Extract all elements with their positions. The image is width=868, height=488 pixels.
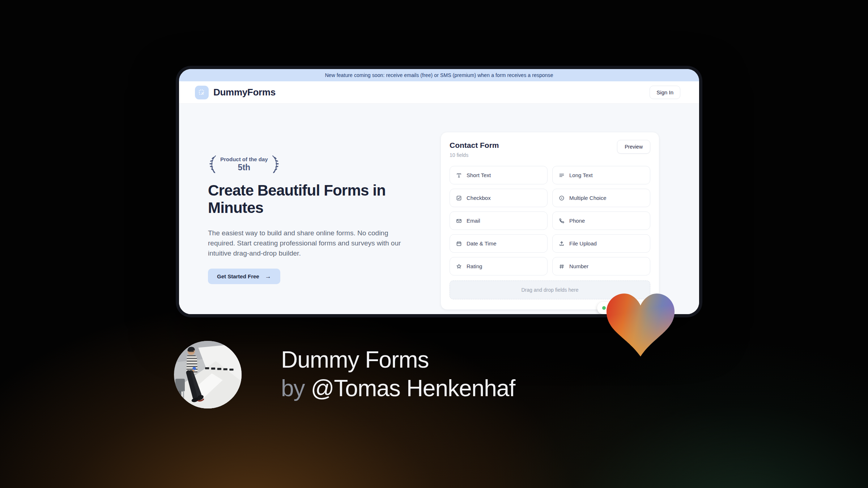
attribution-block: Dummy Forms by @Tomas Henkenhaf <box>281 346 515 403</box>
calendar-icon <box>456 240 462 247</box>
form-builder-card: Contact Form 10 fields Preview Short Tex… <box>441 132 659 310</box>
star-icon <box>456 263 462 270</box>
browser-window: New feature coming soon: receive emails … <box>176 66 702 317</box>
byline-prefix: by <box>281 375 311 401</box>
site-page: New feature coming soon: receive emails … <box>179 69 699 314</box>
get-started-label: Get Started Free <box>217 273 259 279</box>
announcement-text: New feature coming soon: receive emails … <box>325 72 553 78</box>
sign-in-button[interactable]: Sign In <box>650 86 680 99</box>
announcement-banner: New feature coming soon: receive emails … <box>179 69 699 81</box>
laurel-right-icon <box>271 154 280 174</box>
field-label: Email <box>467 218 480 224</box>
hero-description: The easiest way to build and share onlin… <box>208 228 417 258</box>
field-label: Multiple Choice <box>569 195 607 201</box>
multiple-choice-icon <box>558 195 565 201</box>
field-type-rating[interactable]: Rating <box>450 257 548 275</box>
upload-icon <box>558 240 565 247</box>
preview-button[interactable]: Preview <box>617 140 650 154</box>
field-label: Number <box>569 263 588 269</box>
field-label: Phone <box>569 218 585 224</box>
drop-zone-text: Drag and drop fields here <box>522 287 579 293</box>
arrow-right-icon: → <box>265 273 271 280</box>
checkbox-icon <box>456 195 462 201</box>
field-label: Short Text <box>467 172 491 178</box>
badge-rank: 5th <box>220 163 268 172</box>
field-type-checkbox[interactable]: Checkbox <box>450 189 548 207</box>
hash-icon <box>558 263 565 270</box>
get-started-button[interactable]: Get Started Free → <box>208 269 280 284</box>
brand-name: DummyForms <box>213 87 276 98</box>
product-name: Dummy Forms <box>281 346 515 374</box>
author-handle: @Tomas Henkenhaf <box>311 375 515 401</box>
field-type-file-upload[interactable]: File Upload <box>552 234 650 253</box>
field-type-email[interactable]: Email <box>450 211 548 230</box>
field-type-multiple-choice[interactable]: Multiple Choice <box>552 189 650 207</box>
field-type-number[interactable]: Number <box>552 257 650 275</box>
page-title: Create Beautiful Forms in Minutes <box>208 182 410 217</box>
badge-text: Product of the day 5th <box>220 156 268 172</box>
brand: DummyForms <box>195 86 276 99</box>
profile-photo <box>174 341 242 408</box>
field-label: File Upload <box>569 240 597 247</box>
field-type-short-text[interactable]: Short Text <box>450 166 548 184</box>
field-type-date-time[interactable]: Date & Time <box>450 234 548 253</box>
field-label: Long Text <box>569 172 593 178</box>
phone-icon <box>558 218 565 224</box>
long-text-icon <box>558 172 565 179</box>
short-text-icon <box>456 172 462 179</box>
site-header: DummyForms Sign In <box>179 81 699 104</box>
field-type-grid: Short Text Long Text Checkbox <box>450 166 650 275</box>
heart-icon <box>605 294 676 356</box>
product-of-the-day-badge: Product of the day 5th <box>208 154 280 174</box>
laurel-left-icon <box>208 154 217 174</box>
badge-title: Product of the day <box>220 156 268 162</box>
field-label: Rating <box>467 263 482 269</box>
field-label: Date & Time <box>467 240 497 247</box>
field-type-long-text[interactable]: Long Text <box>552 166 650 184</box>
byline: by @Tomas Henkenhaf <box>281 374 515 403</box>
field-label: Checkbox <box>467 195 491 201</box>
brand-logo-icon <box>195 86 209 99</box>
hero-section: Product of the day 5th Create Beautiful … <box>179 104 699 314</box>
email-icon <box>456 218 462 224</box>
field-type-phone[interactable]: Phone <box>552 211 650 230</box>
